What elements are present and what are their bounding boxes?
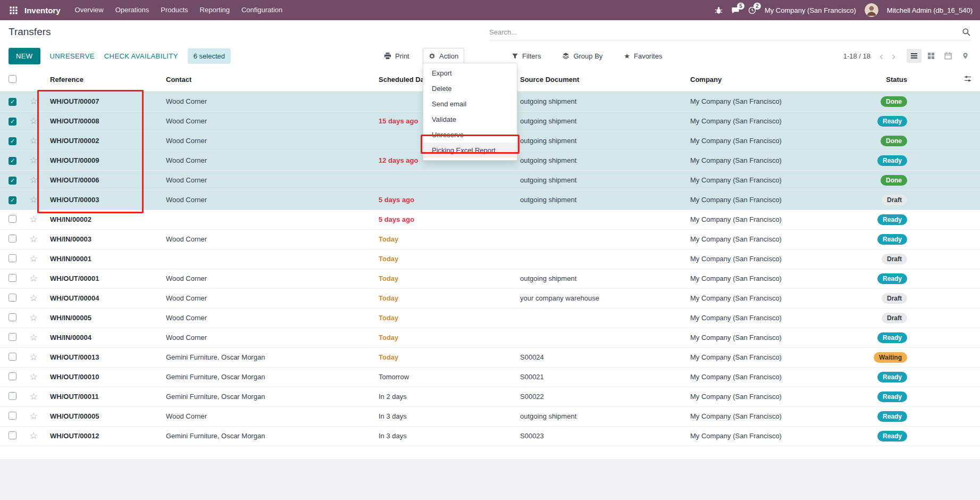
favorite-cell[interactable]: ☆ — [23, 347, 44, 367]
reference-cell[interactable]: WH/OUT/00002 — [44, 131, 160, 151]
row-checkbox[interactable] — [9, 353, 16, 361]
top-menu-item[interactable]: Overview — [69, 0, 110, 20]
favorite-cell[interactable]: ☆ — [23, 210, 44, 229]
favorite-star-icon[interactable]: ☆ — [29, 155, 37, 165]
row-select-cell[interactable] — [0, 249, 23, 269]
row-select-cell[interactable]: ✓ — [0, 190, 23, 210]
table-row[interactable]: ✓☆WH/OUT/00003Wood Corner5 days agooutgo… — [0, 190, 980, 210]
row-select-cell[interactable] — [0, 387, 23, 406]
app-name[interactable]: Inventory — [24, 6, 61, 15]
row-checkbox[interactable] — [9, 235, 16, 243]
top-menu-item[interactable]: Reporting — [194, 0, 236, 20]
row-checkbox[interactable] — [9, 392, 16, 400]
favorite-star-icon[interactable]: ☆ — [29, 136, 37, 146]
favorite-cell[interactable]: ☆ — [23, 387, 44, 406]
favorite-cell[interactable]: ☆ — [23, 269, 44, 288]
favorite-cell[interactable]: ☆ — [23, 111, 44, 131]
row-checkbox[interactable]: ✓ — [9, 118, 16, 126]
top-menu-item[interactable]: Configuration — [236, 0, 288, 20]
favorite-star-icon[interactable]: ☆ — [29, 195, 37, 205]
row-checkbox[interactable]: ✓ — [9, 137, 16, 145]
new-button[interactable]: NEW — [9, 48, 40, 64]
top-menu-item[interactable]: Products — [155, 0, 194, 20]
row-select-cell[interactable] — [0, 288, 23, 308]
row-select-cell[interactable] — [0, 229, 23, 249]
favorite-cell[interactable]: ☆ — [23, 328, 44, 347]
row-select-cell[interactable]: ✓ — [0, 91, 23, 111]
favorite-star-icon[interactable]: ☆ — [29, 234, 37, 244]
table-row[interactable]: ☆WH/OUT/00011Gemini Furniture, Oscar Mor… — [0, 387, 980, 406]
reference-cell[interactable]: WH/OUT/00009 — [44, 151, 160, 170]
col-source-document[interactable]: Source Document — [514, 68, 684, 91]
action-menu-item[interactable]: Unreserve — [423, 127, 517, 143]
check-availability-button[interactable]: CHECK AVAILABILITY — [104, 52, 178, 60]
row-select-cell[interactable] — [0, 406, 23, 426]
row-checkbox[interactable] — [9, 372, 16, 380]
table-row[interactable]: ☆WH/IN/00003Wood CornerTodayMy Company (… — [0, 229, 980, 249]
action-menu-item[interactable]: Send email — [423, 96, 517, 112]
col-contact[interactable]: Contact — [160, 68, 372, 91]
favorite-star-icon[interactable]: ☆ — [29, 175, 37, 185]
favorite-cell[interactable]: ☆ — [23, 288, 44, 308]
row-checkbox[interactable] — [9, 254, 16, 262]
reference-cell[interactable]: WH/OUT/00012 — [44, 426, 160, 446]
row-select-cell[interactable] — [0, 308, 23, 328]
table-row[interactable]: ☆WH/OUT/00012Gemini Furniture, Oscar Mor… — [0, 426, 980, 446]
favorite-star-icon[interactable]: ☆ — [29, 313, 37, 323]
reference-cell[interactable]: WH/IN/00002 — [44, 210, 160, 229]
favorite-star-icon[interactable]: ☆ — [29, 431, 37, 441]
reference-cell[interactable]: WH/OUT/00008 — [44, 111, 160, 131]
row-select-cell[interactable]: ✓ — [0, 151, 23, 170]
reference-cell[interactable]: WH/OUT/00007 — [44, 91, 160, 111]
row-select-cell[interactable] — [0, 328, 23, 347]
favorite-star-icon[interactable]: ☆ — [29, 96, 37, 106]
col-status[interactable]: Status — [861, 68, 915, 91]
table-row[interactable]: ☆WH/IN/00005Wood CornerTodayMy Company (… — [0, 308, 980, 328]
row-checkbox[interactable] — [9, 274, 16, 282]
pager-next-icon[interactable]: › — [890, 51, 897, 61]
favorite-cell[interactable]: ☆ — [23, 170, 44, 190]
reference-cell[interactable]: WH/OUT/00011 — [44, 387, 160, 406]
company-switcher[interactable]: My Company (San Francisco) — [765, 6, 856, 14]
favorite-star-icon[interactable]: ☆ — [29, 273, 37, 284]
favorite-cell[interactable]: ☆ — [23, 229, 44, 249]
table-row[interactable]: ✓☆WH/OUT/00006Wood Corneroutgoing shipme… — [0, 170, 980, 190]
favorite-cell[interactable]: ☆ — [23, 91, 44, 111]
row-checkbox[interactable] — [9, 294, 16, 302]
search-icon[interactable] — [961, 28, 971, 36]
row-select-cell[interactable] — [0, 210, 23, 229]
col-company[interactable]: Company — [684, 68, 861, 91]
row-select-cell[interactable]: ✓ — [0, 111, 23, 131]
row-checkbox[interactable]: ✓ — [9, 177, 16, 185]
row-select-cell[interactable] — [0, 426, 23, 446]
favorite-star-icon[interactable]: ☆ — [29, 116, 37, 126]
reference-cell[interactable]: WH/OUT/00013 — [44, 347, 160, 367]
row-select-cell[interactable] — [0, 269, 23, 288]
reference-cell[interactable]: WH/IN/00004 — [44, 328, 160, 347]
user-menu[interactable]: Mitchell Admin (db_16_540) — [887, 6, 973, 14]
row-checkbox[interactable] — [9, 313, 16, 321]
group-by-button[interactable]: Group By — [557, 48, 608, 64]
top-menu-item[interactable]: Operations — [110, 0, 155, 20]
messages-icon[interactable]: 5 — [731, 6, 740, 14]
table-row[interactable]: ☆WH/IN/00004Wood CornerTodayMy Company (… — [0, 328, 980, 347]
favorite-star-icon[interactable]: ☆ — [29, 411, 37, 421]
select-all-cell[interactable] — [0, 68, 23, 91]
select-all-checkbox[interactable] — [9, 75, 16, 83]
table-row[interactable]: ☆WH/IN/00001TodayMy Company (San Francis… — [0, 249, 980, 269]
favorite-star-icon[interactable]: ☆ — [29, 254, 37, 264]
row-checkbox[interactable]: ✓ — [9, 98, 16, 106]
table-row[interactable]: ☆WH/OUT/00010Gemini Furniture, Oscar Mor… — [0, 367, 980, 387]
action-menu-item[interactable]: Validate — [423, 112, 517, 127]
favorite-star-icon[interactable]: ☆ — [29, 293, 37, 303]
reference-cell[interactable]: WH/OUT/00003 — [44, 190, 160, 210]
action-button[interactable]: Action — [423, 48, 464, 64]
action-menu-item[interactable]: Delete — [423, 81, 517, 96]
action-menu-item[interactable]: Export — [423, 65, 517, 81]
table-row[interactable]: ☆WH/OUT/00004Wood CornerTodayyour compan… — [0, 288, 980, 308]
row-select-cell[interactable] — [0, 347, 23, 367]
favorites-button[interactable]: ★ Favorites — [618, 48, 667, 64]
reference-cell[interactable]: WH/OUT/00005 — [44, 406, 160, 426]
apps-grid-icon[interactable] — [7, 6, 20, 14]
table-row[interactable]: ☆WH/OUT/00001Wood CornerTodayoutgoing sh… — [0, 269, 980, 288]
